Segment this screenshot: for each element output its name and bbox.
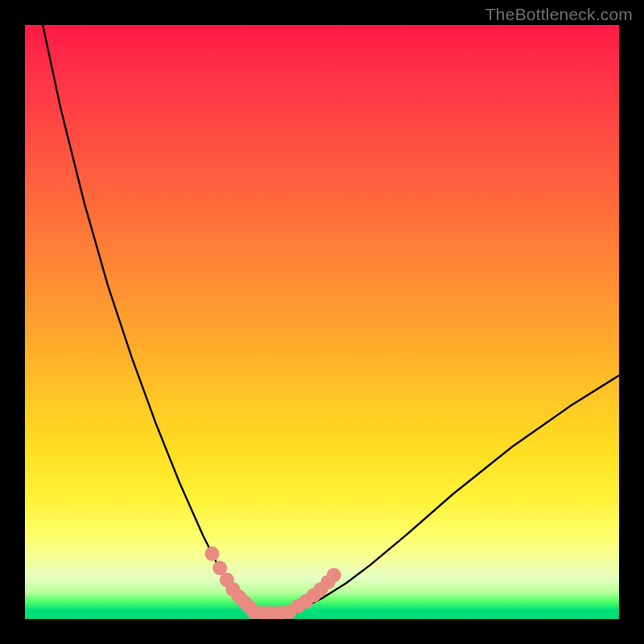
bottleneck-curve (43, 25, 619, 613)
marker-group (205, 547, 341, 619)
plot-area (25, 25, 619, 619)
marker-dot (205, 547, 220, 561)
bottleneck-curve-path (43, 25, 619, 613)
curve-svg (25, 25, 619, 619)
chart-frame: TheBottleneck.com (0, 0, 644, 644)
marker-dot (327, 568, 341, 582)
watermark-text: TheBottleneck.com (485, 5, 633, 24)
